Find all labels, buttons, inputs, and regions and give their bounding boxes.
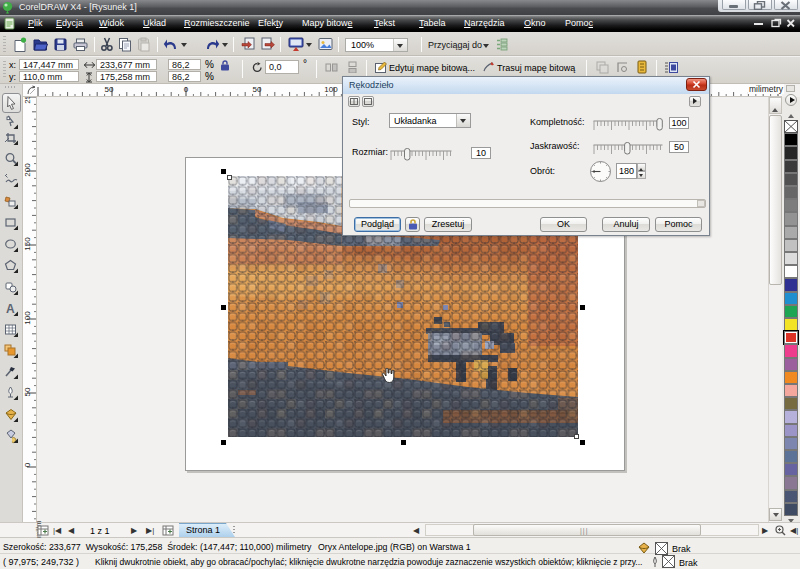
- svg-text:100: 100: [324, 85, 338, 94]
- svg-text:A: A: [6, 302, 15, 316]
- svg-text:50: 50: [105, 85, 114, 94]
- svg-text:50: 50: [253, 85, 262, 94]
- svg-text:200: 200: [23, 163, 32, 177]
- svg-text:150: 150: [23, 237, 32, 251]
- svg-text:100: 100: [23, 311, 32, 325]
- svg-text:0: 0: [23, 462, 32, 467]
- svg-text:0: 0: [184, 85, 189, 94]
- svg-text:50: 50: [23, 387, 32, 396]
- svg-text:250: 250: [23, 97, 32, 104]
